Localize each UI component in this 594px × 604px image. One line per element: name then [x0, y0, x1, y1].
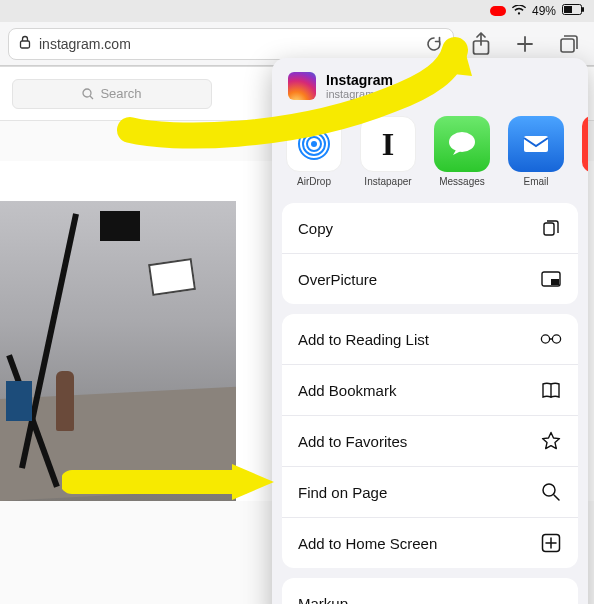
share-title: Instagram [326, 72, 398, 88]
svg-point-6 [83, 89, 91, 97]
share-list-1: Copy OverPicture [282, 203, 578, 304]
row-label: Add to Favorites [298, 433, 407, 450]
share-subtitle: instagram.com [326, 88, 398, 100]
share-list-2: Add to Reading List Add Bookmark Add to … [282, 314, 578, 568]
svg-point-11 [449, 132, 475, 152]
book-icon [540, 379, 562, 401]
copy-icon [540, 217, 562, 239]
row-label: Add to Reading List [298, 331, 429, 348]
action-find-on-page[interactable]: Find on Page [282, 467, 578, 518]
search-icon [82, 88, 94, 100]
airdrop-icon [286, 116, 342, 172]
row-label: OverPicture [298, 271, 377, 288]
instapaper-icon: I [360, 116, 416, 172]
search-icon [540, 481, 562, 503]
extra-app-icon [582, 116, 588, 172]
add-box-icon [540, 532, 562, 554]
share-app-email[interactable]: Email [508, 116, 564, 187]
new-tab-button[interactable] [508, 27, 542, 61]
wifi-icon [512, 4, 526, 18]
tabs-button[interactable] [552, 27, 586, 61]
email-icon [508, 116, 564, 172]
share-list-3: Markup [282, 578, 578, 604]
row-label: Add to Home Screen [298, 535, 437, 552]
share-sheet: Instagram instagram.com AirDrop I Instap… [272, 58, 588, 604]
status-bar: 49% [0, 0, 594, 22]
svg-point-16 [541, 335, 549, 343]
lock-icon [19, 35, 31, 52]
action-add-home-screen[interactable]: Add to Home Screen [282, 518, 578, 568]
app-label: Email [508, 176, 564, 187]
action-reading-list[interactable]: Add to Reading List [282, 314, 578, 365]
svg-rect-2 [582, 7, 584, 12]
svg-rect-3 [21, 41, 30, 48]
action-add-bookmark[interactable]: Add Bookmark [282, 365, 578, 416]
screen-record-indicator [490, 6, 506, 16]
svg-rect-15 [551, 279, 559, 285]
row-label: Markup [298, 595, 348, 605]
action-add-favorites[interactable]: Add to Favorites [282, 416, 578, 467]
svg-rect-5 [561, 39, 574, 52]
app-label: AirDrop [286, 176, 342, 187]
svg-rect-12 [524, 136, 548, 152]
svg-point-17 [552, 335, 560, 343]
svg-rect-13 [544, 223, 554, 235]
app-label: Instapaper [360, 176, 416, 187]
share-app-instapaper[interactable]: I Instapaper [360, 116, 416, 187]
search-input[interactable]: Search [12, 79, 212, 109]
search-placeholder: Search [100, 86, 141, 101]
share-apps-row[interactable]: AirDrop I Instapaper Messages Email D [272, 114, 588, 197]
row-label: Find on Page [298, 484, 387, 501]
share-app-messages[interactable]: Messages [434, 116, 490, 187]
reload-button[interactable] [425, 27, 443, 61]
svg-rect-1 [564, 6, 572, 13]
battery-icon [562, 4, 584, 18]
svg-point-7 [311, 141, 317, 147]
url-text: instagram.com [39, 36, 417, 52]
url-bar[interactable]: instagram.com [8, 28, 454, 60]
action-copy[interactable]: Copy [282, 203, 578, 254]
app-label: D [582, 176, 588, 187]
post-image[interactable] [0, 201, 236, 501]
instagram-app-icon [288, 72, 316, 100]
share-app-airdrop[interactable]: AirDrop [286, 116, 342, 187]
messages-icon [434, 116, 490, 172]
glasses-icon [540, 328, 562, 350]
share-sheet-header: Instagram instagram.com [272, 58, 588, 114]
action-markup[interactable]: Markup [282, 578, 578, 604]
action-overpicture[interactable]: OverPicture [282, 254, 578, 304]
row-label: Add Bookmark [298, 382, 396, 399]
share-button[interactable] [464, 27, 498, 61]
share-app-extra[interactable]: D [582, 116, 588, 187]
row-label: Copy [298, 220, 333, 237]
star-icon [540, 430, 562, 452]
pip-icon [540, 268, 562, 290]
svg-point-18 [543, 484, 555, 496]
app-label: Messages [434, 176, 490, 187]
battery-percent: 49% [532, 4, 556, 18]
markup-icon [540, 592, 562, 604]
